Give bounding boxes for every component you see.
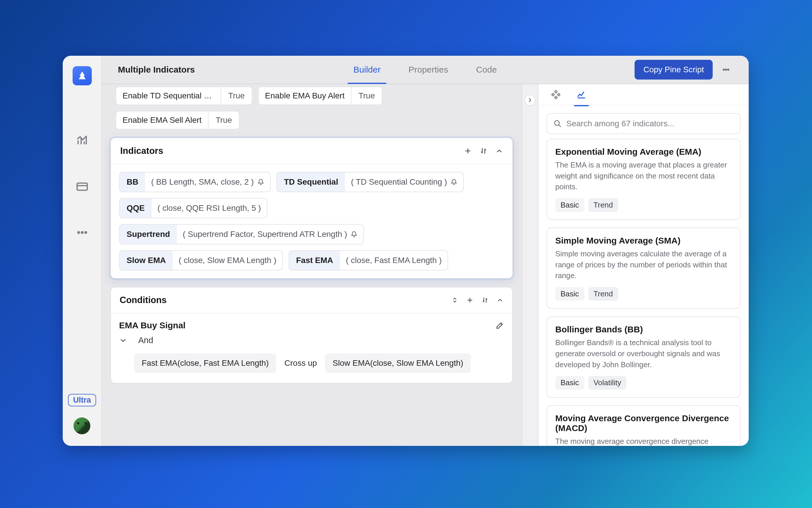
indicator-list: Exponential Moving Average (EMA) The EMA… — [538, 139, 749, 446]
more-actions-button[interactable] — [720, 63, 732, 76]
indicator-chip[interactable]: Fast EMA( close, Fast EMA Length ) — [289, 250, 448, 270]
app-window: Ultra Multiple Indicators Builder Proper… — [63, 56, 749, 446]
indicator-list-item[interactable]: Moving Average Convergence Divergence (M… — [546, 405, 740, 446]
chevron-up-icon[interactable] — [495, 147, 503, 155]
chevron-down-icon[interactable] — [119, 336, 127, 345]
svg-point-1 — [78, 231, 79, 234]
indicator-chip[interactable]: TD Sequential( TD Sequential Counting ) — [277, 172, 464, 192]
tab-group: Builder Properties Code — [351, 56, 499, 84]
indicator-chip[interactable]: QQE( close, QQE RSI Length, 5 ) — [119, 198, 268, 218]
svg-point-4 — [723, 69, 724, 70]
conditions-card: Conditions EMA Buy Signal — [110, 287, 513, 383]
collapse-side-panel-button[interactable] — [525, 95, 535, 105]
indicators-card: Indicators BB( BB Length, SMA, close, 2 … — [110, 138, 513, 279]
diamond-grid-icon — [551, 90, 561, 99]
logic-operator: And — [138, 336, 153, 345]
topbar: Multiple Indicators Builder Properties C… — [102, 56, 749, 84]
tag: Basic — [555, 287, 584, 301]
indicator-chip[interactable]: Slow EMA( close, Slow EMA Length ) — [119, 250, 283, 270]
expression-left[interactable]: Fast EMA(close, Fast EMA Length) — [134, 353, 276, 373]
expression-operator: Cross up — [284, 358, 317, 368]
tag: Basic — [555, 376, 584, 389]
ellipsis-icon — [76, 226, 88, 239]
search-icon — [554, 120, 562, 128]
svg-point-6 — [728, 69, 729, 70]
alert-chip[interactable]: Enable EMA Sell AlertTrue — [116, 111, 240, 129]
svg-point-7 — [555, 121, 559, 125]
page-title: Multiple Indicators — [118, 65, 195, 75]
indicator-list-item[interactable]: Simple Moving Average (SMA) Simple movin… — [546, 227, 740, 309]
tab-code[interactable]: Code — [474, 56, 499, 84]
side-tab-components[interactable] — [550, 89, 562, 100]
chevron-up-icon[interactable] — [497, 297, 503, 304]
panel-divider — [522, 84, 538, 446]
user-avatar[interactable] — [74, 417, 90, 434]
svg-point-5 — [726, 69, 727, 70]
line-chart-icon — [576, 90, 586, 99]
signal-name: EMA Buy Signal — [119, 321, 186, 330]
alerts-row: Enable TD Sequential Sel...True Enable E… — [110, 84, 513, 138]
sidebar-item-billing[interactable] — [76, 180, 88, 193]
tag: Volatility — [588, 376, 626, 389]
bell-icon — [351, 231, 358, 238]
bell-icon — [257, 178, 264, 185]
plan-badge[interactable]: Ultra — [68, 394, 96, 407]
sort-icon[interactable] — [480, 147, 487, 155]
ellipsis-icon — [722, 66, 730, 74]
left-sidebar: Ultra — [63, 56, 102, 446]
chevron-right-icon — [527, 97, 533, 103]
indicator-chip[interactable]: Supertrend( Supertrend Factor, Supertren… — [119, 224, 364, 244]
bell-icon — [450, 178, 457, 185]
main-column: Multiple Indicators Builder Properties C… — [102, 56, 749, 446]
tab-builder[interactable]: Builder — [351, 56, 383, 84]
search-box[interactable] — [546, 113, 740, 134]
plus-icon[interactable] — [466, 297, 473, 304]
indicators-title: Indicators — [120, 146, 163, 156]
conditions-title: Conditions — [120, 295, 167, 305]
alert-chip[interactable]: Enable TD Sequential Sel...True — [116, 86, 252, 105]
copy-pine-script-button[interactable]: Copy Pine Script — [635, 60, 713, 80]
sidebar-item-more[interactable] — [76, 226, 88, 239]
sidebar-item-analytics[interactable] — [76, 135, 88, 147]
app-logo[interactable] — [73, 66, 92, 85]
indicator-chip-list: BB( BB Length, SMA, close, 2 ) TD Sequen… — [111, 164, 512, 278]
alert-chip[interactable]: Enable EMA Buy AlertTrue — [258, 86, 382, 105]
builder-panel: Enable TD Sequential Sel...True Enable E… — [102, 84, 522, 446]
expression-right[interactable]: Slow EMA(close, Slow EMA Length) — [325, 353, 471, 373]
edit-icon[interactable] — [495, 321, 504, 330]
search-input[interactable] — [566, 119, 734, 128]
svg-point-3 — [85, 231, 86, 234]
indicator-list-item[interactable]: Exponential Moving Average (EMA) The EMA… — [546, 139, 740, 220]
side-tab-indicators[interactable] — [576, 89, 587, 100]
indicator-browser-panel: Exponential Moving Average (EMA) The EMA… — [538, 84, 749, 446]
tag: Trend — [588, 198, 618, 212]
plus-icon[interactable] — [464, 147, 472, 155]
tree-icon — [77, 71, 87, 81]
indicator-chip[interactable]: BB( BB Length, SMA, close, 2 ) — [119, 172, 271, 192]
sort-icon[interactable] — [482, 297, 488, 304]
expand-icon[interactable] — [451, 297, 458, 304]
bar-chart-icon — [76, 135, 88, 147]
svg-rect-0 — [77, 183, 87, 190]
svg-point-2 — [81, 231, 83, 234]
credit-card-icon — [76, 180, 88, 193]
tag: Basic — [555, 198, 584, 212]
content-area: Enable TD Sequential Sel...True Enable E… — [102, 84, 749, 446]
tab-properties[interactable]: Properties — [406, 56, 450, 84]
indicator-list-item[interactable]: Bollinger Bands (BB) Bollinger Bands® is… — [546, 316, 740, 398]
tag: Trend — [588, 287, 618, 301]
